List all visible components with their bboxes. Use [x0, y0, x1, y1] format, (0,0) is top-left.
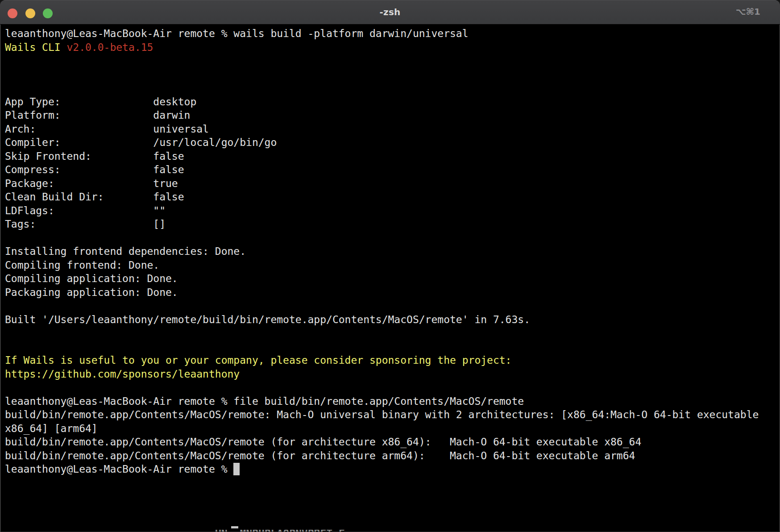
terminal-line: leaanthony@Leas-MacBook-Air remote %	[5, 462, 777, 476]
terminal-text: Built '/Users/leaanthony/remote/build/bi…	[5, 314, 530, 325]
terminal-line	[5, 81, 777, 95]
terminal-line: x86_64] [arm64]	[5, 422, 777, 436]
terminal-text: v2.0.0-beta.15	[66, 42, 153, 53]
text-cursor	[233, 463, 240, 475]
terminal-text: App Type: desktop	[5, 96, 196, 108]
terminal-line	[5, 340, 777, 354]
terminal-line: If Wails is useful to you or your compan…	[5, 353, 777, 367]
terminal-line: Skip Frontend: false	[5, 150, 777, 163]
terminal-text: https://github.com/sponsors/leaanthony	[5, 368, 240, 380]
terminal-line	[5, 231, 777, 245]
terminal-text: LDFlags: ""	[5, 205, 166, 216]
terminal-text: leaanthony@Leas-MacBook-Air remote % wai…	[5, 28, 469, 39]
terminal-line: LDFlags: ""	[5, 204, 777, 218]
terminal-text: Arch: universal	[5, 123, 209, 135]
cursor-ghost-artifact	[231, 526, 238, 528]
terminal-text: Installing frontend dependencies: Done.	[5, 245, 246, 257]
terminal-line: leaanthony@Leas-MacBook-Air remote % fil…	[5, 395, 777, 408]
clipped-text: UN MNPHPLAOPNVPBET E	[215, 530, 362, 532]
terminal-text: Compiler: /usr/local/go/bin/go	[5, 137, 277, 148]
terminal-text: Compiling application: Done.	[5, 273, 178, 284]
terminal-line: https://github.com/sponsors/leaanthony	[5, 367, 777, 381]
terminal-window: -zsh ⌥⌘1 leaanthony@Leas-MacBook-Air rem…	[0, 0, 780, 532]
terminal-text: If Wails is useful to you or your compan…	[5, 354, 511, 366]
terminal-output[interactable]: leaanthony@Leas-MacBook-Air remote % wai…	[0, 25, 780, 532]
terminal-line: build/bin/remote.app/Contents/MacOS/remo…	[5, 435, 777, 449]
terminal-text: Tags: []	[5, 218, 166, 230]
terminal-line: Wails CLI v2.0.0-beta.15	[5, 41, 777, 54]
terminal-text: x86_64] [arm64]	[5, 423, 98, 434]
terminal-text: Clean Build Dir: false	[5, 191, 184, 203]
terminal-line: App Type: desktop	[5, 95, 777, 109]
terminal-line	[5, 299, 777, 313]
terminal-line: Platform: darwin	[5, 108, 777, 122]
terminal-line: build/bin/remote.app/Contents/MacOS/remo…	[5, 449, 777, 463]
terminal-line: Compress: false	[5, 163, 777, 177]
terminal-text: Compiling frontend: Done.	[5, 259, 159, 271]
terminal-line	[5, 68, 777, 82]
terminal-line: Compiler: /usr/local/go/bin/go	[5, 136, 777, 150]
terminal-text: Packaging application: Done.	[5, 287, 178, 298]
terminal-line: build/bin/remote.app/Contents/MacOS/remo…	[5, 408, 777, 422]
terminal-line: Tags: []	[5, 217, 777, 231]
zoom-button[interactable]	[43, 8, 53, 18]
terminal-line	[5, 54, 777, 68]
tab-shortcut-label: ⌥⌘1	[735, 6, 760, 17]
terminal-line: Compiling application: Done.	[5, 272, 777, 286]
terminal-text: Package: true	[5, 178, 178, 189]
terminal-text: build/bin/remote.app/Contents/MacOS/remo…	[5, 436, 641, 448]
terminal-line: Installing frontend dependencies: Done.	[5, 245, 777, 258]
terminal-line: leaanthony@Leas-MacBook-Air remote % wai…	[5, 27, 777, 41]
traffic-lights	[8, 8, 53, 18]
terminal-line: Packaging application: Done.	[5, 286, 777, 299]
terminal-line	[5, 381, 777, 395]
terminal-line: Clean Build Dir: false	[5, 190, 777, 204]
terminal-line: Built '/Users/leaanthony/remote/build/bi…	[5, 313, 777, 327]
terminal-text: leaanthony@Leas-MacBook-Air remote %	[5, 463, 233, 475]
terminal-text: build/bin/remote.app/Contents/MacOS/remo…	[5, 409, 759, 420]
terminal-text: Wails CLI	[5, 42, 66, 53]
terminal-line	[5, 326, 777, 340]
clipped-bottom-line: UN MNPHPLAOPNVPBET E	[215, 530, 362, 532]
minimize-button[interactable]	[25, 8, 35, 18]
terminal-line: Compiling frontend: Done.	[5, 258, 777, 272]
terminal-text: Skip Frontend: false	[5, 150, 184, 162]
titlebar[interactable]: -zsh ⌥⌘1	[0, 0, 780, 25]
terminal-text: leaanthony@Leas-MacBook-Air remote % fil…	[5, 395, 524, 407]
terminal-lines: leaanthony@Leas-MacBook-Air remote % wai…	[5, 27, 777, 476]
terminal-line: Package: true	[5, 177, 777, 191]
terminal-text: build/bin/remote.app/Contents/MacOS/remo…	[5, 450, 635, 461]
window-title: -zsh	[380, 7, 401, 17]
terminal-line: Arch: universal	[5, 122, 777, 136]
terminal-text: Platform: darwin	[5, 109, 190, 121]
terminal-text: Compress: false	[5, 164, 184, 175]
close-button[interactable]	[8, 8, 17, 18]
